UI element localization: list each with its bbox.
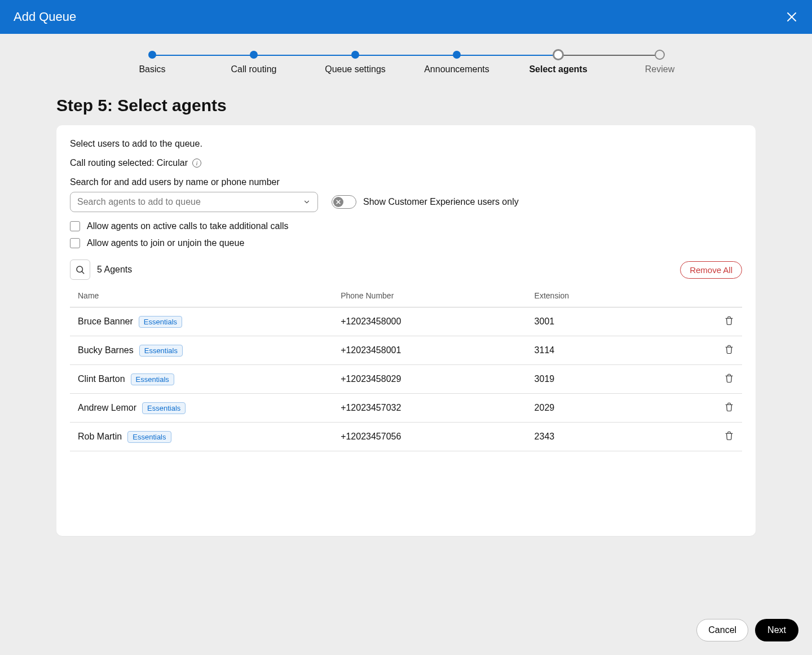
license-badge: Essentials xyxy=(131,373,174,385)
trash-icon xyxy=(724,343,734,355)
agent-phone: +12023457056 xyxy=(341,432,534,442)
toggle-knob-off xyxy=(333,197,343,207)
search-agents-input[interactable]: Search agents to add to queue xyxy=(70,192,318,212)
page-title: Step 5: Select agents xyxy=(0,96,812,115)
col-ext: Extension xyxy=(535,291,700,300)
search-placeholder: Search agents to add to queue xyxy=(77,197,201,207)
routing-summary: Call routing selected: Circular i xyxy=(70,158,742,168)
allow-additional-calls-label: Allow agents on active calls to take add… xyxy=(87,221,289,231)
step-indicator-icon xyxy=(655,50,665,60)
agent-phone: +12023458000 xyxy=(341,316,534,327)
agent-name: Andrew Lemor xyxy=(78,403,136,413)
x-icon xyxy=(336,199,341,205)
col-phone: Phone Number xyxy=(341,291,534,300)
step-connector xyxy=(254,55,355,56)
step-label: Announcements xyxy=(424,64,489,74)
license-badge: Essentials xyxy=(127,431,171,443)
step-label: Call routing xyxy=(231,64,277,74)
cx-users-toggle-wrap: Show Customer Experience users only xyxy=(332,195,519,209)
step-indicator-icon xyxy=(148,51,156,59)
search-row: Search agents to add to queue Show Custo… xyxy=(70,192,742,212)
remove-agent-button[interactable] xyxy=(724,429,734,444)
svg-line-5 xyxy=(82,271,84,274)
wizard-footer: Cancel Next xyxy=(696,619,798,641)
remove-agent-button[interactable] xyxy=(724,343,734,358)
agent-name: Rob Martin xyxy=(78,432,122,442)
chevron-down-icon xyxy=(303,198,311,206)
agent-name-cell: Andrew LemorEssentials xyxy=(78,402,341,414)
remove-agent-button[interactable] xyxy=(724,314,734,329)
step-indicator-icon xyxy=(250,51,258,59)
agent-name: Bucky Barnes xyxy=(78,345,134,355)
step-connector xyxy=(152,55,254,56)
agent-name-cell: Bucky BarnesEssentials xyxy=(78,345,341,357)
agent-name-cell: Rob MartinEssentials xyxy=(78,431,341,443)
agent-phone: +12023457032 xyxy=(341,403,534,413)
step-indicator-icon xyxy=(351,51,359,59)
agent-phone: +12023458001 xyxy=(341,345,534,355)
agents-toolbar: 5 Agents Remove All xyxy=(70,260,742,280)
content-card: Select users to add to the queue. Call r… xyxy=(56,125,756,536)
step-label: Queue settings xyxy=(325,64,386,74)
allow-join-unjoin-row: Allow agents to join or unjoin the queue xyxy=(70,238,742,248)
routing-summary-text: Call routing selected: Circular xyxy=(70,158,188,168)
allow-additional-calls-row: Allow agents on active calls to take add… xyxy=(70,221,742,231)
agent-extension: 2343 xyxy=(535,432,700,442)
agents-table: Name Phone Number Extension Bruce Banner… xyxy=(70,284,742,451)
license-badge: Essentials xyxy=(139,345,183,357)
table-row: Clint BartonEssentials+120234580293019 xyxy=(70,365,742,394)
cx-users-toggle-label: Show Customer Experience users only xyxy=(363,197,519,207)
allow-join-unjoin-label: Allow agents to join or unjoin the queue xyxy=(87,238,244,248)
allow-join-unjoin-checkbox[interactable] xyxy=(70,238,80,248)
intro-text: Select users to add to the queue. xyxy=(70,139,742,149)
remove-agent-button[interactable] xyxy=(724,401,734,415)
trash-icon xyxy=(724,314,734,327)
cx-users-toggle[interactable] xyxy=(332,195,356,209)
agent-name: Clint Barton xyxy=(78,374,125,384)
trash-icon xyxy=(724,429,734,442)
step-indicator-icon xyxy=(453,51,461,59)
table-row: Bucky BarnesEssentials+120234580013114 xyxy=(70,336,742,365)
trash-icon xyxy=(724,401,734,413)
agents-table-header: Name Phone Number Extension xyxy=(70,284,742,307)
close-icon xyxy=(785,10,798,24)
agents-count: 5 Agents xyxy=(97,265,132,275)
col-name: Name xyxy=(78,291,341,300)
step-connector xyxy=(558,55,660,56)
step-label: Basics xyxy=(139,64,165,74)
agent-extension: 3019 xyxy=(535,374,700,384)
agent-extension: 3001 xyxy=(535,316,700,327)
step-indicator-icon xyxy=(553,49,564,60)
step-connector xyxy=(457,55,558,56)
trash-icon xyxy=(724,372,734,384)
agent-name-cell: Clint BartonEssentials xyxy=(78,373,341,385)
allow-additional-calls-checkbox[interactable] xyxy=(70,221,80,231)
table-row: Andrew LemorEssentials+120234570322029 xyxy=(70,394,742,423)
remove-agent-button[interactable] xyxy=(724,372,734,386)
agents-toolbar-left: 5 Agents xyxy=(70,260,132,280)
step-basics[interactable]: Basics xyxy=(102,51,203,74)
stepper: BasicsCall routingQueue settingsAnnounce… xyxy=(0,34,812,80)
step-label: Select agents xyxy=(529,64,587,74)
agent-extension: 2029 xyxy=(535,403,700,413)
license-badge: Essentials xyxy=(139,316,182,328)
search-icon xyxy=(75,265,85,275)
step-connector xyxy=(355,55,457,56)
search-field-label: Search for and add users by name or phon… xyxy=(70,177,742,187)
agent-name-cell: Bruce BannerEssentials xyxy=(78,316,341,328)
table-row: Rob MartinEssentials+120234570562343 xyxy=(70,423,742,451)
agent-phone: +12023458029 xyxy=(341,374,534,384)
close-button[interactable] xyxy=(785,10,798,24)
modal-header: Add Queue xyxy=(0,0,812,34)
table-row: Bruce BannerEssentials+120234580003001 xyxy=(70,307,742,336)
agent-extension: 3114 xyxy=(535,345,700,355)
license-badge: Essentials xyxy=(142,402,186,414)
next-button[interactable]: Next xyxy=(755,619,798,641)
cancel-button[interactable]: Cancel xyxy=(696,619,748,641)
agent-name: Bruce Banner xyxy=(78,316,133,327)
info-icon[interactable]: i xyxy=(192,159,201,168)
remove-all-button[interactable]: Remove All xyxy=(680,261,742,279)
step-label: Review xyxy=(645,64,674,74)
modal-title: Add Queue xyxy=(14,10,76,24)
agents-search-button[interactable] xyxy=(70,260,90,280)
